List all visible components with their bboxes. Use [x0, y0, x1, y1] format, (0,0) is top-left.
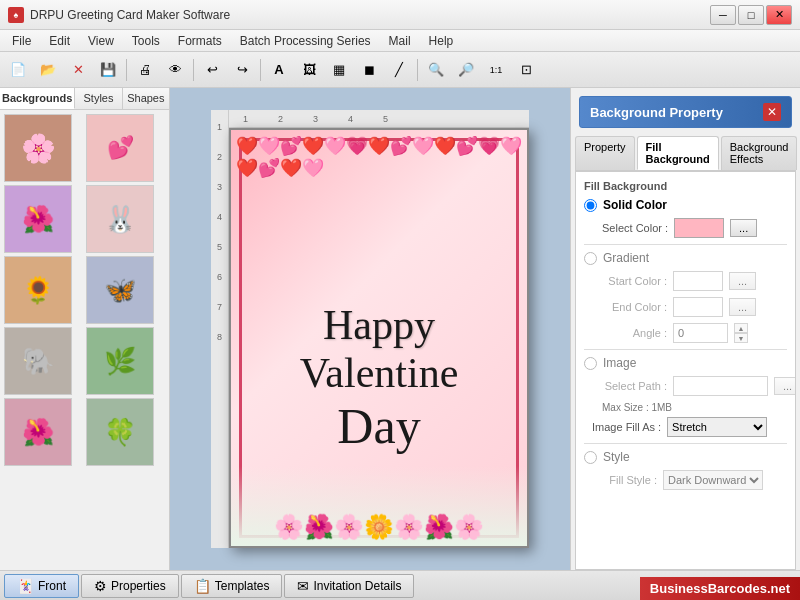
solid-color-radio[interactable] — [584, 199, 597, 212]
select-path-input — [673, 376, 768, 396]
zoom-100-button[interactable]: 1:1 — [482, 56, 510, 84]
color-swatch[interactable] — [674, 218, 724, 238]
card-canvas[interactable]: ❤️🩷💕❤️🩷💗❤️💕🩷❤️💕💗🩷❤️💕❤️🩷 Happy Valentine … — [229, 128, 529, 548]
card-text-happy: Happy — [323, 301, 435, 349]
select-color-label: Select Color : — [602, 222, 668, 234]
image-label[interactable]: Image — [603, 356, 636, 370]
open-button[interactable]: 📂 — [34, 56, 62, 84]
path-browse-button: ... — [774, 377, 796, 395]
menu-batch[interactable]: Batch Processing Series — [232, 32, 379, 50]
properties-icon: ⚙ — [94, 578, 107, 594]
templates-button[interactable]: 📋 Templates — [181, 574, 283, 598]
image-fill-row: Image Fill As : Stretch Tile Center Fit — [592, 417, 787, 437]
image-fill-as-label: Image Fill As : — [592, 421, 661, 433]
properties-button[interactable]: ⚙ Properties — [81, 574, 179, 598]
line-button[interactable]: ╱ — [385, 56, 413, 84]
list-item[interactable]: 🌺 — [4, 398, 72, 466]
undo-button[interactable]: ↩ — [198, 56, 226, 84]
menu-tools[interactable]: Tools — [124, 32, 168, 50]
toolbar: 📄 📂 ✕ 💾 🖨 👁 ↩ ↪ A 🖼 ▦ ◼ ╱ 🔍 🔎 1:1 ⊡ — [0, 52, 800, 88]
canvas-area: 1 2 3 4 5 6 7 8 1 2 3 4 5 — [170, 88, 570, 570]
tab-background-effects[interactable]: Background Effects — [721, 136, 798, 170]
close-button[interactable]: ✕ — [766, 5, 792, 25]
list-item[interactable]: 🦋 — [86, 256, 154, 324]
menu-edit[interactable]: Edit — [41, 32, 78, 50]
list-item[interactable]: 🐘 — [4, 327, 72, 395]
property-tabs: Property Fill Background Background Effe… — [575, 136, 796, 171]
right-panel: Background Property ✕ Property Fill Back… — [570, 88, 800, 570]
canvas-wrapper: 1 2 3 4 5 6 7 8 1 2 3 4 5 — [211, 110, 529, 548]
list-item[interactable]: 🍀 — [86, 398, 154, 466]
ruler-horizontal: 1 2 3 4 5 — [229, 110, 529, 128]
print-button[interactable]: 🖨 — [131, 56, 159, 84]
gradient-radio[interactable] — [584, 252, 597, 265]
tab-fill-background[interactable]: Fill Background — [637, 136, 719, 170]
fill-background-label: Fill Background — [584, 180, 787, 192]
menu-file[interactable]: File — [4, 32, 39, 50]
preview-button[interactable]: 👁 — [161, 56, 189, 84]
style-radio[interactable] — [584, 451, 597, 464]
background-property-title: Background Property — [590, 105, 723, 120]
angle-row: Angle : ▲ ▼ — [602, 323, 787, 343]
divider-1 — [584, 244, 787, 245]
fit-button[interactable]: ⊡ — [512, 56, 540, 84]
angle-label: Angle : — [602, 327, 667, 339]
list-item[interactable]: 🌺 — [4, 185, 72, 253]
background-property-close[interactable]: ✕ — [763, 103, 781, 121]
end-color-label: End Color : — [602, 301, 667, 313]
style-label[interactable]: Style — [603, 450, 630, 464]
left-panel: Backgrounds Styles Shapes 🌸 💕 🌺 🐰 🌻 🦋 🐘 … — [0, 88, 170, 570]
image-fill-select[interactable]: Stretch Tile Center Fit — [667, 417, 767, 437]
card-text-day: Day — [337, 397, 420, 455]
redo-button[interactable]: ↪ — [228, 56, 256, 84]
invitation-button[interactable]: ✉ Invitation Details — [284, 574, 414, 598]
list-item[interactable]: 🌻 — [4, 256, 72, 324]
end-color-row: End Color : ... — [602, 297, 787, 317]
list-item[interactable]: 💕 — [86, 114, 154, 182]
menu-formats[interactable]: Formats — [170, 32, 230, 50]
save-button[interactable]: 💾 — [94, 56, 122, 84]
color-browse-button[interactable]: ... — [730, 219, 757, 237]
menu-view[interactable]: View — [80, 32, 122, 50]
watermark: BusinessBarcodes.net — [640, 577, 800, 600]
tab-styles[interactable]: Styles — [75, 88, 122, 109]
minimize-button[interactable]: ─ — [710, 5, 736, 25]
solid-color-label[interactable]: Solid Color — [603, 198, 667, 212]
fill-style-row: Fill Style : Dark DownwardDiagona Light … — [592, 470, 787, 490]
templates-icon: 📋 — [194, 578, 211, 594]
divider-3 — [584, 443, 787, 444]
shape-button[interactable]: ◼ — [355, 56, 383, 84]
toolbar-sep-3 — [260, 59, 261, 81]
select-path-row: Select Path : ... — [602, 376, 787, 396]
zoom-in-button[interactable]: 🔍 — [422, 56, 450, 84]
zoom-out-button[interactable]: 🔎 — [452, 56, 480, 84]
list-item[interactable]: 🐰 — [86, 185, 154, 253]
new-button[interactable]: 📄 — [4, 56, 32, 84]
property-content: Fill Background Solid Color Select Color… — [575, 171, 796, 570]
select-color-row: Select Color : ... — [602, 218, 787, 238]
toolbar-sep-1 — [126, 59, 127, 81]
barcode-button[interactable]: ▦ — [325, 56, 353, 84]
divider-2 — [584, 349, 787, 350]
image-button[interactable]: 🖼 — [295, 56, 323, 84]
list-item[interactable]: 🌸 — [4, 114, 72, 182]
fill-style-label: Fill Style : — [592, 474, 657, 486]
menu-help[interactable]: Help — [421, 32, 462, 50]
templates-label: Templates — [215, 579, 270, 593]
window-controls: ─ □ ✕ — [710, 5, 792, 25]
gradient-label[interactable]: Gradient — [603, 251, 649, 265]
tab-property[interactable]: Property — [575, 136, 635, 170]
title-bar: ♠ DRPU Greeting Card Maker Software ─ □ … — [0, 0, 800, 30]
toolbar-sep-2 — [193, 59, 194, 81]
flowers-decoration: 🌸🌺🌸🌼🌸🌺🌸 — [231, 466, 527, 546]
image-radio[interactable] — [584, 357, 597, 370]
front-button[interactable]: 🃏 Front — [4, 574, 79, 598]
text-button[interactable]: A — [265, 56, 293, 84]
maximize-button[interactable]: □ — [738, 5, 764, 25]
menu-mail[interactable]: Mail — [381, 32, 419, 50]
tab-shapes[interactable]: Shapes — [123, 88, 169, 109]
list-item[interactable]: 🌿 — [86, 327, 154, 395]
close-doc-button[interactable]: ✕ — [64, 56, 92, 84]
tab-backgrounds[interactable]: Backgrounds — [0, 88, 75, 109]
toolbar-sep-4 — [417, 59, 418, 81]
